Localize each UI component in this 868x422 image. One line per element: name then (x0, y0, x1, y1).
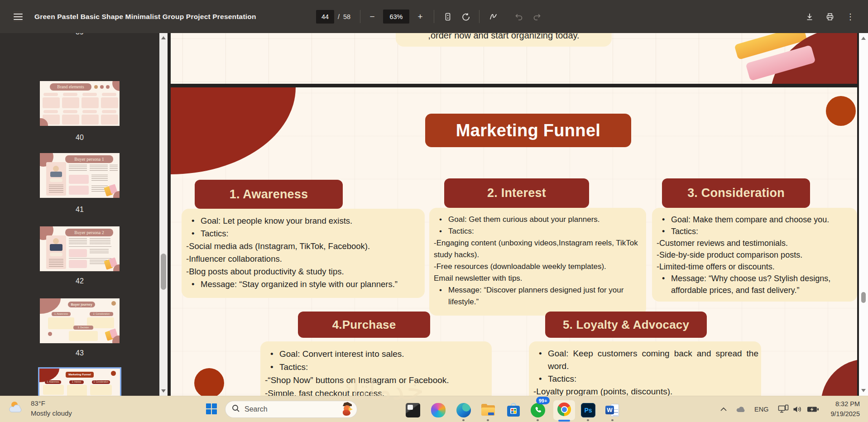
page-controls: / 58 (316, 0, 350, 33)
menu-icon[interactable] (10, 0, 26, 33)
active-app-indicator (558, 420, 570, 422)
zoom-out-button[interactable]: − (365, 10, 379, 24)
page-scrollbar[interactable] (859, 33, 868, 396)
weather-widget[interactable]: 83°F Mostly cloudy (8, 398, 72, 418)
stage-line: -Social media ads (Instagram, TikTok, Fa… (186, 240, 422, 253)
zoom-level-input[interactable] (383, 10, 409, 24)
persona-panel (46, 162, 66, 196)
thumbnail-page-41[interactable]: Buyer persona 1 (40, 153, 120, 198)
battery-charging-icon[interactable] (807, 396, 819, 422)
whatsapp-icon[interactable] (531, 403, 545, 417)
mini-card (63, 110, 77, 113)
stage-line: •Goal: Convert interest into sales. (265, 347, 489, 360)
thumbnail-page-44[interactable]: Marketing Funnel 1. Awareness 2. Interes… (39, 369, 120, 396)
toolbar-divider (479, 10, 480, 23)
corner-decor (40, 298, 61, 314)
running-indicator (611, 419, 614, 421)
photoshop-icon[interactable]: Ps (581, 403, 595, 417)
thumbnail-page-40[interactable]: Brand elements (40, 81, 120, 126)
scroll-up-arrow[interactable] (861, 37, 866, 40)
search-highlight-parrot-icon (341, 402, 354, 417)
mini-box (90, 385, 112, 395)
mini-box (43, 385, 64, 395)
mini-card (101, 115, 118, 125)
dot-decor (111, 371, 116, 376)
stage-line: •Tactics: (265, 360, 489, 374)
slide-title: Marketing Funnel (425, 114, 631, 147)
tray-chevron-icon[interactable] (720, 396, 727, 422)
dot-decor (48, 332, 52, 336)
stage-header-consideration: 3. Consideration (662, 178, 810, 208)
scrollbar-thumb[interactable] (161, 254, 166, 290)
connected-devices-icon[interactable] (778, 396, 790, 422)
search-icon (232, 404, 240, 414)
fit-page-icon[interactable] (441, 10, 455, 24)
edge-browser-icon[interactable] (456, 403, 471, 417)
file-explorer-icon[interactable] (481, 403, 495, 417)
start-button[interactable] (206, 403, 217, 414)
stage-line: •Message: “Stay organized in style with … (186, 278, 422, 291)
stage-line: •Tactics: (186, 227, 422, 240)
zoom-in-button[interactable]: + (413, 10, 427, 24)
word-icon[interactable]: W (605, 403, 620, 417)
stage-header-interest: 2. Interest (444, 178, 589, 208)
volume-icon[interactable] (792, 396, 803, 422)
print-icon[interactable] (823, 10, 837, 24)
page-total: 58 (343, 13, 350, 20)
mini-card (63, 93, 77, 96)
mini-card (62, 115, 79, 125)
circle-decor (194, 368, 224, 396)
rotate-icon[interactable] (459, 10, 473, 24)
thumbnail-page-43[interactable]: Buyer journey 1. Awareness 2. Considerat… (40, 298, 120, 343)
app-icon-window[interactable] (406, 403, 420, 417)
mini-section: 2. Interest (69, 380, 84, 384)
stage-line: •Tactics: (657, 225, 854, 237)
search-box[interactable]: Search (225, 401, 357, 418)
search-placeholder: Search (245, 405, 268, 413)
thumbnail-page-42[interactable]: Buyer persona 2 (40, 226, 120, 271)
download-icon[interactable] (802, 10, 817, 24)
microsoft-store-icon[interactable] (506, 403, 521, 417)
pdf-toolbar: Green Pastel Basic Shape Minimalist Grou… (0, 0, 868, 33)
mini-text (69, 165, 87, 172)
copilot-icon[interactable] (431, 403, 446, 417)
clock-widget[interactable]: 8:32 PM 9/19/2025 (830, 399, 860, 419)
stage-line: •Goal: Make them compare and choose you. (657, 214, 854, 225)
scroll-down-arrow[interactable] (861, 389, 866, 392)
stage-line: •Goal: Let people know your brand exists… (186, 215, 422, 227)
mini-box (67, 385, 87, 396)
scrollbar-thumb[interactable] (861, 292, 866, 303)
thumbnail-page-44-selected[interactable]: Marketing Funnel 1. Awareness 2. Interes… (38, 367, 121, 396)
scroll-down-arrow[interactable] (161, 389, 166, 393)
mini-card (82, 110, 97, 113)
chrome-active-cell[interactable] (553, 400, 575, 420)
undo-icon (512, 10, 526, 24)
stage-box-interest: •Goal: Get them curious about your plann… (429, 208, 646, 316)
language-indicator[interactable]: ENG (754, 396, 768, 422)
mini-rule (69, 258, 111, 259)
mini-box (48, 317, 74, 329)
stage-line: -“Shop Now” buttons on Instagram or Face… (265, 374, 489, 387)
mini-section: 3. Consideration (92, 380, 110, 384)
running-indicator (537, 419, 539, 421)
stage-line: •Tactics: (533, 373, 758, 385)
weather-icon (8, 400, 26, 417)
chrome-browser-icon (557, 403, 571, 416)
scroll-up-arrow[interactable] (161, 36, 166, 39)
running-indicator (487, 419, 489, 421)
mini-card (43, 97, 60, 108)
weather-temp: 83°F (31, 398, 72, 408)
page-number-input[interactable] (316, 10, 334, 24)
stage-box-loyalty: •Goal: Keep customers coming back and sp… (529, 341, 761, 396)
sidebar-scrollbar[interactable] (159, 33, 168, 396)
stage-line: -Free resources (downloadable weekly tem… (434, 261, 643, 273)
mini-section: 1. Awareness (52, 312, 71, 316)
more-options-icon[interactable]: ⋮ (843, 10, 858, 24)
thumb-title: Buyer persona 2 (65, 229, 113, 236)
redo-icon (530, 10, 544, 24)
screen: Green Pastel Basic Shape Minimalist Grou… (0, 0, 868, 422)
annotate-pen-icon[interactable] (486, 10, 501, 24)
thumbnail-sidebar: 39 Brand elements 40 (0, 33, 159, 396)
onedrive-cloud-icon[interactable] (735, 396, 747, 422)
mini-card (101, 97, 118, 108)
